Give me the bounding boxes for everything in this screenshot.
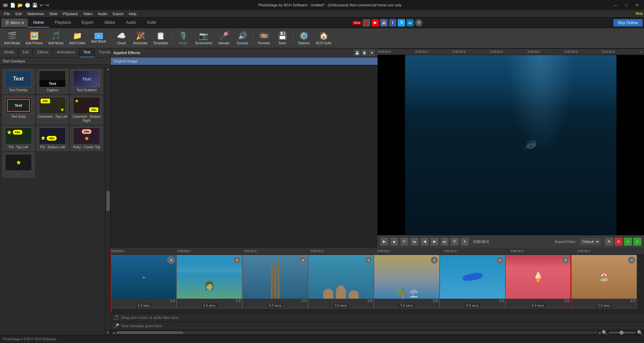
add-photos-button[interactable]: 🖼️ Add Photos bbox=[23, 29, 46, 48]
zoom-slider[interactable] bbox=[609, 332, 636, 333]
menu-playback[interactable]: Playback bbox=[60, 11, 81, 16]
sounds-button[interactable]: 🔊 Sounds bbox=[233, 29, 252, 48]
preview-button[interactable]: 🎞️ Preview bbox=[255, 29, 273, 48]
menu-video[interactable]: Video bbox=[81, 11, 95, 16]
screenshot-button[interactable]: 📷 Screenshot bbox=[192, 29, 215, 48]
clip-4[interactable]: ⚙ 2.0 5.0 secs bbox=[308, 255, 374, 308]
clip-7[interactable]: 🍦 ⚙ 2.0 5.0 secs bbox=[505, 255, 571, 308]
redo-icon[interactable]: ↪ bbox=[45, 3, 49, 8]
overlay-comment-bottom-right[interactable]: ★ Abc Comment - Bottom Right bbox=[70, 95, 103, 125]
scrollbar-thumb[interactable] bbox=[116, 331, 183, 334]
play-button[interactable]: ▶ bbox=[380, 238, 388, 246]
nav-tab-home[interactable]: Home bbox=[28, 18, 49, 28]
maximize-button[interactable]: □ bbox=[623, 2, 630, 8]
thumbs-icon[interactable]: 👍 bbox=[380, 19, 388, 27]
menu-help[interactable]: Help bbox=[126, 11, 139, 16]
add-blank-button[interactable]: + Add Blank bbox=[88, 29, 109, 48]
twitter-icon[interactable]: 𝕏 bbox=[398, 19, 405, 27]
clip-3[interactable]: ⚙ 2.0 5.0 secs bbox=[242, 255, 308, 308]
automate-button[interactable]: 🎉 Automate bbox=[131, 29, 150, 48]
overlay-pill-bottom-left[interactable]: ★ Abc Pill - Bottom Left bbox=[36, 126, 69, 151]
nav-tab-playback[interactable]: Playback bbox=[49, 18, 77, 28]
cancel-effect-button[interactable]: ✕ bbox=[605, 238, 613, 246]
apply-effect-button[interactable]: ✓ bbox=[624, 238, 632, 246]
youtube-icon[interactable]: ▶ bbox=[371, 19, 379, 27]
clip-6[interactable]: ⚙ 2.0 5.0 secs bbox=[440, 255, 505, 308]
menu-export[interactable]: Export bbox=[110, 11, 126, 16]
minimize-button[interactable]: — bbox=[611, 2, 620, 8]
zoom-out-icon[interactable]: 🔍 bbox=[602, 330, 607, 335]
clip-8[interactable]: 🏖️ ⚙ 2.0 5.0 secs bbox=[571, 255, 637, 308]
add-folder-button[interactable]: 📁 Add Folder bbox=[66, 29, 88, 48]
clip-5[interactable]: 🌴 ⛱ ⚙ 2.0 5.0 secs bbox=[374, 255, 440, 308]
tab-animations[interactable]: Animations bbox=[53, 48, 79, 57]
recent-icon[interactable]: 🕐 bbox=[25, 3, 30, 8]
menu-edit[interactable]: Edit bbox=[13, 11, 24, 16]
zoom-in-icon[interactable]: 🔍 bbox=[637, 330, 643, 335]
overlay-ruby-center-top[interactable]: Abc ★ Ruby - Center Top bbox=[70, 126, 103, 151]
overlay-partial[interactable]: ★ ... bbox=[2, 152, 35, 178]
help-icon[interactable]: ? bbox=[415, 19, 423, 27]
menu-file[interactable]: File bbox=[1, 11, 13, 16]
scroll-right-btn[interactable]: ▶ bbox=[599, 331, 602, 335]
menu-audio[interactable]: Audio bbox=[95, 11, 110, 16]
add-media-button[interactable]: 🎬 Add Media bbox=[1, 29, 23, 48]
add-music-button[interactable]: 🎵 Add Music bbox=[46, 29, 67, 48]
scroll-down-arrow[interactable]: ▼ bbox=[105, 330, 110, 335]
zoom-slider-thumb[interactable] bbox=[620, 331, 624, 335]
menu-slideshow[interactable]: Slideshow bbox=[24, 11, 47, 16]
buy-online-button[interactable]: Buy Online bbox=[613, 19, 643, 27]
expand-button[interactable]: ⤢ bbox=[640, 49, 643, 55]
settings-button[interactable]: ▾ bbox=[461, 238, 469, 246]
nav-tab-slides[interactable]: Slides bbox=[99, 18, 120, 28]
loop-button[interactable]: ↻ bbox=[400, 238, 408, 246]
tab-effects[interactable]: Effects bbox=[33, 48, 53, 57]
menu-slide[interactable]: Slide bbox=[47, 11, 60, 16]
effects-clear-btn[interactable]: 🗑 bbox=[361, 50, 367, 56]
next-button[interactable]: ⏭ bbox=[441, 238, 449, 246]
cloud-button[interactable]: ☁️ Cloud bbox=[112, 29, 131, 48]
undo-icon[interactable]: ↩ bbox=[40, 3, 43, 8]
play-from-button[interactable]: ▶ bbox=[431, 238, 439, 246]
audio-button[interactable]: 🎙️ Audio bbox=[174, 29, 192, 48]
scroll-left-btn[interactable]: ◀ bbox=[112, 331, 115, 335]
clip-1[interactable]: 🐟 ⚙ 2.0 5.0 secs bbox=[111, 255, 177, 308]
confirm-effect-button[interactable]: ✓ bbox=[633, 238, 641, 246]
save-icon[interactable]: 💾 bbox=[32, 3, 38, 8]
rotate-button[interactable]: ⟳ bbox=[451, 238, 459, 246]
prev-button[interactable]: ⏮ bbox=[410, 238, 418, 246]
overlay-caption[interactable]: Text Caption bbox=[36, 69, 69, 94]
nav-tab-audio[interactable]: Audio bbox=[120, 18, 142, 28]
tab-media[interactable]: Media bbox=[0, 48, 18, 57]
stop-button[interactable]: ■ bbox=[390, 238, 398, 246]
save-button[interactable]: 💾 Save bbox=[273, 29, 292, 48]
overlay-text-solid[interactable]: Text Text Solid bbox=[2, 95, 35, 125]
linkedin-icon[interactable]: in bbox=[406, 19, 414, 27]
step-back-button[interactable]: ◀ bbox=[420, 238, 429, 246]
nav-tab-suite[interactable]: Suite bbox=[142, 18, 161, 28]
tab-text[interactable]: Text bbox=[80, 48, 95, 57]
scroll-thumb[interactable] bbox=[106, 191, 110, 211]
scroll-up-arrow[interactable]: ▲ bbox=[105, 67, 110, 71]
overlay-text-gradient[interactable]: Text Text Gradient bbox=[70, 69, 103, 94]
new-icon[interactable]: 📄 bbox=[10, 3, 15, 8]
menu-dropdown-button[interactable]: ☰ Menu ▾ bbox=[1, 18, 28, 27]
open-icon[interactable]: 📂 bbox=[17, 3, 23, 8]
clip-2[interactable]: 👩 ⚙ 2.0 5.0 secs bbox=[177, 255, 242, 308]
effects-save-btn[interactable]: 💾 bbox=[354, 50, 360, 56]
overlay-pill-top-left[interactable]: ★ Abc Pill - Top Left bbox=[2, 126, 35, 151]
options-button[interactable]: ⚙️ Options bbox=[295, 29, 313, 48]
scrollbar-track[interactable] bbox=[116, 331, 598, 334]
tab-edit[interactable]: Edit bbox=[18, 48, 33, 57]
nav-tab-export[interactable]: Export bbox=[77, 18, 99, 28]
delete-effect-button[interactable]: ✕ bbox=[614, 238, 623, 246]
templates-button[interactable]: 📋 Templates bbox=[150, 29, 171, 48]
facebook-icon[interactable]: f bbox=[389, 19, 396, 27]
overlay-comment-top-left[interactable]: Abc ★ Comment - Top Left bbox=[36, 95, 69, 125]
narrate-button[interactable]: 🎤 Narrate bbox=[215, 29, 233, 48]
effect-item-original[interactable]: Original Image bbox=[111, 57, 378, 65]
overlay-text-overlay[interactable]: Text Text Overlay bbox=[2, 69, 35, 94]
nch-suite-button[interactable]: 🏠 NCH Suite bbox=[313, 29, 334, 48]
close-button[interactable]: ✕ bbox=[633, 2, 641, 8]
aspect-ratio-select[interactable]: Default 16:9 4:3 1:1 9:16 bbox=[580, 238, 600, 245]
